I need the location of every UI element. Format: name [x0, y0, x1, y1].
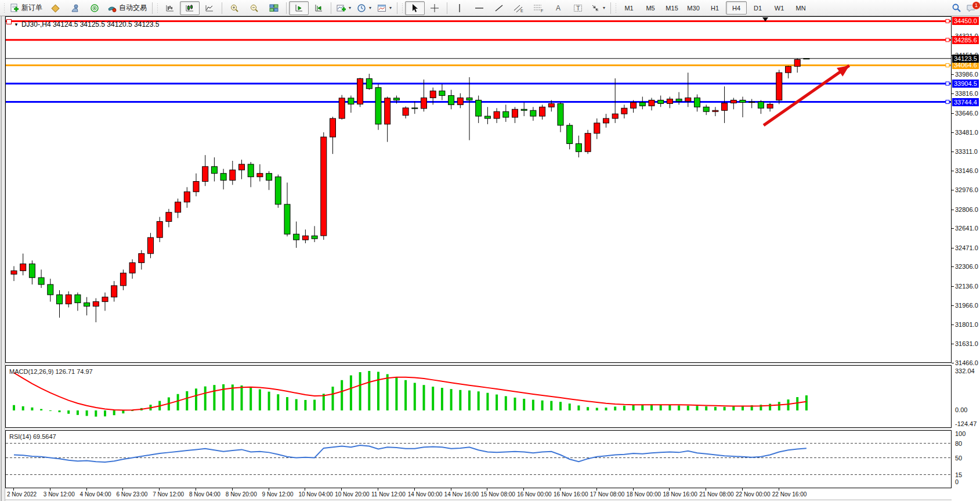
metaeditor-button[interactable] — [45, 1, 65, 15]
svg-text:T: T — [576, 5, 580, 12]
search-icon[interactable] — [952, 3, 961, 13]
time-tick-mark — [13, 488, 14, 491]
tile-windows-icon — [269, 3, 279, 13]
timeframe-h1-button[interactable]: H1 — [704, 1, 725, 15]
toolbar-separator — [286, 2, 287, 14]
shapes-tool-button[interactable]: ▾ — [588, 1, 608, 15]
hline-handle — [946, 63, 949, 67]
price-chart-panel[interactable]: ▼ DJ30-,H4 34124.5 34125.5 34120.5 34123… — [5, 16, 952, 363]
toolbar-grip[interactable] — [401, 2, 404, 14]
hline-handle — [946, 38, 949, 42]
price-axis[interactable]: 34321.034151.033986.033816.033646.033481… — [952, 16, 980, 499]
time-tick-label: 18 Nov 00:00 — [627, 491, 661, 498]
time-tick-label: 22 Nov 16:00 — [772, 491, 807, 498]
zoom-out-button[interactable] — [244, 1, 264, 15]
timeframe-mn-button[interactable]: MN — [790, 1, 811, 15]
timeframe-m15-button[interactable]: M15 — [661, 1, 682, 15]
axis-tick-mark — [952, 190, 954, 190]
bar-chart-type-button[interactable] — [160, 1, 180, 15]
axis-tick-mark — [952, 228, 954, 229]
price-tick-label: 31966.0 — [955, 302, 978, 309]
price-tick-label: 32471.0 — [955, 244, 978, 251]
time-tick-mark — [523, 488, 524, 491]
timeframe-h4-button[interactable]: H4 — [726, 1, 747, 15]
price-tick-label: 31631.0 — [955, 340, 978, 347]
window-splitter[interactable] — [0, 16, 5, 501]
hline-handle — [946, 19, 949, 23]
rsi-axis-label: 100 — [955, 430, 965, 437]
timeframe-m30-button[interactable]: M30 — [683, 1, 704, 15]
autotrading-button[interactable]: 自动交易 — [104, 1, 150, 15]
timeframe-m1-button[interactable]: M1 — [619, 1, 639, 15]
timeframe-w1-button[interactable]: W1 — [769, 1, 790, 15]
price-tick-label: 33311.0 — [955, 148, 978, 155]
arrows-shapes-icon — [591, 3, 600, 13]
candlestick-chart-type-button[interactable] — [180, 1, 200, 15]
price-tick-label: 32306.0 — [955, 263, 978, 270]
time-tick-label: 16 Nov 00:00 — [517, 491, 552, 498]
label-tool-button[interactable]: T — [568, 1, 588, 15]
chart-title: ▼ DJ30-,H4 34124.5 34125.5 34120.5 34123… — [14, 20, 159, 28]
toolbar-grip[interactable] — [614, 2, 617, 14]
new-order-icon — [10, 3, 19, 13]
toolbar-separator — [152, 2, 153, 14]
macd-panel[interactable]: MACD(12,26,9) 126.71 74.97 — [5, 365, 952, 428]
symbol-collapse-icon[interactable]: ▼ — [14, 22, 19, 27]
notifications-icon[interactable]: 1 — [966, 3, 977, 13]
market-watch-button[interactable] — [65, 1, 85, 15]
text-tool-button[interactable]: A — [548, 1, 568, 15]
toolbar-grip[interactable] — [3, 2, 6, 14]
trendline-tool-button[interactable] — [489, 1, 509, 15]
indicators-button[interactable]: ▾ — [334, 1, 354, 15]
channel-tool-button[interactable]: E — [509, 1, 529, 15]
timeframe-d1-button[interactable]: D1 — [747, 1, 768, 15]
autotrading-icon — [107, 3, 117, 13]
toolbar-separator — [610, 2, 611, 14]
indicators-icon — [337, 3, 346, 13]
mt4-window: 新订单 自动交易 — [0, 0, 980, 501]
zoom-in-button[interactable] — [225, 1, 244, 15]
axis-tick-mark — [952, 363, 954, 363]
macd-axis-label: -124.47 — [955, 420, 977, 427]
price-tick-label: 31466.0 — [955, 359, 978, 366]
price-tick-label: 32806.0 — [955, 206, 978, 213]
templates-button[interactable]: ▾ — [374, 1, 395, 15]
bar-chart-icon — [165, 3, 175, 13]
toolbar-grip[interactable] — [156, 2, 159, 14]
new-order-button[interactable]: 新订单 — [7, 1, 45, 15]
periods-button[interactable]: ▾ — [354, 1, 374, 15]
time-tick-mark — [596, 488, 597, 491]
hline-anchor-handle[interactable] — [6, 19, 12, 24]
axis-tick-mark — [952, 248, 954, 248]
chart-shift-button[interactable] — [309, 1, 328, 15]
macd-axis-label: 332.04 — [955, 367, 975, 374]
time-tick-mark — [305, 488, 305, 491]
timeframe-m5-button[interactable]: M5 — [640, 1, 661, 15]
price-tick-label: 32136.0 — [955, 283, 978, 290]
line-chart-type-button[interactable] — [200, 1, 219, 15]
rsi-line — [14, 445, 807, 462]
fibonacci-tool-button[interactable]: F — [529, 1, 548, 15]
vertical-line-tool-button[interactable] — [450, 1, 469, 15]
horizontal-line-tool-button[interactable] — [469, 1, 489, 15]
time-tick-label: 15 Nov 08:00 — [480, 491, 515, 498]
vertical-line-icon — [455, 3, 464, 13]
tile-windows-button[interactable] — [264, 1, 284, 15]
chart-shift-marker[interactable] — [762, 17, 768, 21]
line-chart-icon — [205, 3, 214, 13]
cursor-tool-button[interactable] — [405, 1, 425, 15]
timeframe-group: M1M5M15M30H1H4D1W1MN — [619, 1, 811, 15]
axis-tick-mark — [952, 210, 954, 210]
axis-tick-mark — [952, 171, 954, 171]
dropdown-arrow-icon: ▾ — [603, 5, 605, 10]
rsi-axis-label: 15 — [955, 471, 962, 478]
signals-button[interactable] — [85, 1, 104, 15]
time-tick-label: 18 Nov 16:00 — [663, 491, 697, 498]
crosshair-tool-button[interactable] — [425, 1, 444, 15]
auto-scroll-button[interactable] — [289, 1, 309, 15]
time-tick-mark — [50, 488, 50, 491]
rsi-panel[interactable]: RSI(14) 69.5647 — [5, 430, 952, 488]
time-tick-label: 10 Nov 04:00 — [298, 491, 333, 498]
time-axis[interactable]: 2 Nov 20223 Nov 12:004 Nov 04:006 Nov 23… — [5, 488, 952, 499]
sonar-icon — [90, 3, 99, 13]
